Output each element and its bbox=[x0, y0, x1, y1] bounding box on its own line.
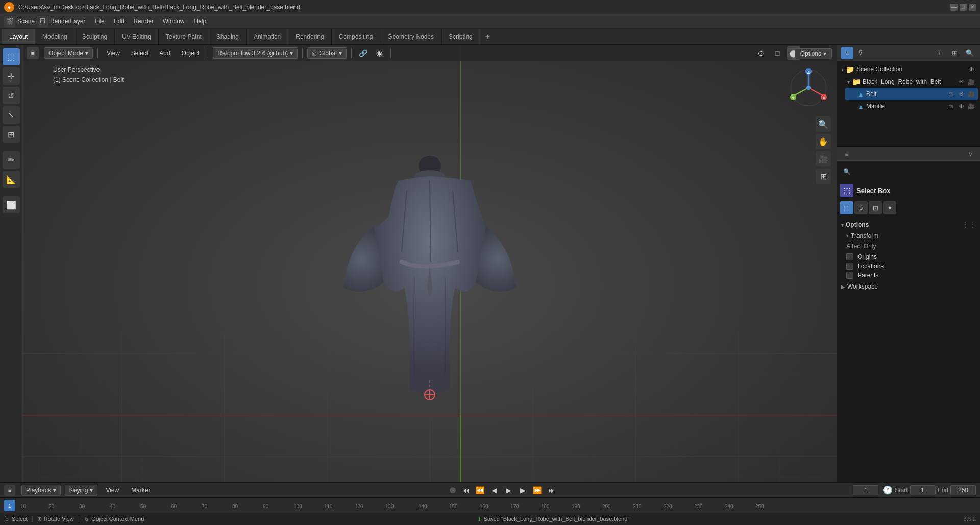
jump-end-button[interactable]: ⏭ bbox=[546, 484, 558, 496]
tab-modeling[interactable]: Modeling bbox=[35, 29, 75, 44]
prev-keyframe-button[interactable]: ⏪ bbox=[474, 484, 486, 496]
origins-checkbox[interactable] bbox=[846, 253, 853, 260]
select-menu[interactable]: Select bbox=[127, 48, 152, 58]
outliner-icon[interactable]: ≡ bbox=[841, 47, 853, 59]
marker-menu[interactable]: Marker bbox=[127, 485, 154, 495]
select-box-btn[interactable]: ⬚ bbox=[840, 201, 853, 214]
search-icon[interactable]: 🔍 bbox=[964, 47, 976, 59]
mantle-scene-item[interactable]: ▲ Mantle ⚖ 👁 🎥 bbox=[845, 100, 978, 112]
robe-render-icon[interactable]: 🎥 bbox=[967, 77, 976, 86]
viewport-options-button[interactable]: Options ▾ bbox=[795, 48, 832, 59]
snap-icon[interactable]: 🔗 bbox=[356, 46, 370, 60]
viewport-menu-icon[interactable]: ≡ bbox=[27, 47, 39, 59]
ortho-icon[interactable]: ⊞ bbox=[816, 169, 831, 184]
object-menu[interactable]: Object bbox=[178, 48, 204, 58]
move-tool-button[interactable]: ✛ bbox=[3, 67, 20, 85]
tool-panel-menu-icon[interactable]: ≡ bbox=[841, 149, 852, 160]
tab-uv-editing[interactable]: UV Editing bbox=[115, 29, 159, 44]
tab-rendering[interactable]: Rendering bbox=[288, 29, 331, 44]
tab-layout[interactable]: Layout bbox=[2, 29, 35, 44]
minimize-button[interactable]: — bbox=[950, 4, 958, 11]
addon-selector[interactable]: RetopoFlow 3.2.6 (github) ▾ bbox=[213, 47, 298, 59]
workspace-section[interactable]: ▶ Workspace bbox=[840, 281, 977, 292]
robe-vis-icon[interactable]: 👁 bbox=[957, 77, 966, 86]
renderlayer-icon[interactable]: 🎞 bbox=[37, 16, 48, 27]
select-circle-btn[interactable]: ○ bbox=[854, 201, 868, 214]
shading-wireframe[interactable]: □ bbox=[771, 46, 784, 60]
close-button[interactable]: ✕ bbox=[969, 4, 976, 11]
belt-render-icon[interactable]: 🎥 bbox=[967, 89, 976, 99]
robe-collection: ▾ 📁 Black_Long_Robe_with_Belt 👁 🎥 ▲ Belt bbox=[839, 76, 978, 112]
current-frame-input[interactable] bbox=[853, 485, 878, 495]
mantle-render-icon[interactable]: 🎥 bbox=[967, 102, 976, 111]
jump-start-button[interactable]: ⏮ bbox=[460, 484, 472, 496]
scale-tool-button[interactable]: ⤡ bbox=[3, 106, 20, 124]
next-frame-button[interactable]: ▶ bbox=[517, 484, 529, 496]
select-lasso-btn[interactable]: ⊡ bbox=[869, 201, 882, 214]
view-menu[interactable]: View bbox=[103, 48, 124, 58]
overlay-icon[interactable]: ⊙ bbox=[754, 46, 768, 60]
filter-options-icon[interactable]: ⊞ bbox=[948, 47, 961, 59]
play-button[interactable]: ▶ bbox=[503, 484, 515, 496]
parents-row: Parents bbox=[846, 272, 971, 279]
scene-collection-header[interactable]: ▾ 📁 Scene Collection 👁 bbox=[839, 63, 978, 76]
timeline-menu-icon[interactable]: ≡ bbox=[4, 485, 15, 496]
rotate-tool-button[interactable]: ↺ bbox=[3, 87, 20, 104]
tab-texture-paint[interactable]: Texture Paint bbox=[159, 29, 209, 44]
menu-file[interactable]: File bbox=[90, 16, 108, 27]
next-keyframe-button[interactable]: ⏩ bbox=[531, 484, 544, 496]
transform-selector[interactable]: ◎ Global ▾ bbox=[307, 47, 347, 59]
add-cube-button[interactable]: ⬜ bbox=[3, 196, 20, 213]
tool-search-input[interactable] bbox=[840, 164, 977, 179]
menu-help[interactable]: Help bbox=[189, 16, 210, 27]
maximize-button[interactable]: □ bbox=[960, 4, 967, 11]
menu-window[interactable]: Window bbox=[159, 16, 189, 27]
transform-tool-button[interactable]: ⊞ bbox=[3, 126, 20, 143]
robe-model bbox=[333, 145, 527, 400]
measure-tool-button[interactable]: 📐 bbox=[3, 171, 20, 188]
new-collection-icon[interactable]: + bbox=[933, 47, 945, 59]
menu-render[interactable]: Render bbox=[129, 16, 157, 27]
keying-dropdown[interactable]: Keying ▾ bbox=[65, 485, 98, 496]
start-frame-input[interactable] bbox=[910, 485, 936, 495]
select-tool-button[interactable]: ⬚ bbox=[3, 48, 20, 65]
robe-collection-header[interactable]: ▾ 📁 Black_Long_Robe_with_Belt 👁 🎥 bbox=[845, 76, 978, 88]
tab-shading[interactable]: Shading bbox=[209, 29, 247, 44]
annotate-tool-button[interactable]: ✏ bbox=[3, 151, 20, 169]
belt-vis-icon[interactable]: 👁 bbox=[957, 89, 966, 99]
add-workspace-button[interactable]: + bbox=[480, 29, 495, 44]
tab-sculpting[interactable]: Sculpting bbox=[75, 29, 115, 44]
tab-animation[interactable]: Animation bbox=[247, 29, 288, 44]
object-mode-selector[interactable]: Object Mode ▾ bbox=[44, 47, 93, 59]
menu-edit[interactable]: Edit bbox=[110, 16, 129, 27]
mantle-weight-icon[interactable]: ⚖ bbox=[946, 102, 955, 111]
belt-weight-icon[interactable]: ⚖ bbox=[946, 89, 955, 99]
view-timeline-menu[interactable]: View bbox=[102, 485, 123, 495]
end-frame-input[interactable] bbox=[950, 485, 976, 495]
playback-dropdown[interactable]: Playback ▾ bbox=[21, 485, 61, 496]
hand-pan-icon[interactable]: ✋ bbox=[816, 134, 831, 149]
tab-geometry-nodes[interactable]: Geometry Nodes bbox=[380, 29, 442, 44]
camera-icon[interactable]: 🎥 bbox=[816, 151, 831, 166]
tab-scripting[interactable]: Scripting bbox=[442, 29, 480, 44]
transform-subsection[interactable]: ▾ Transform bbox=[840, 231, 977, 241]
locations-checkbox[interactable] bbox=[846, 262, 853, 270]
belt-scene-item[interactable]: ▲ Belt ⚖ 👁 🎥 bbox=[845, 88, 978, 100]
scene-selector-icon[interactable]: 🎬 bbox=[4, 16, 15, 27]
options-section-header[interactable]: ▾ Options ⋮⋮ bbox=[840, 219, 977, 231]
ruler-50: 50 bbox=[140, 504, 146, 509]
tab-compositing[interactable]: Compositing bbox=[332, 29, 381, 44]
navigation-gizmo[interactable]: Z X Y bbox=[788, 67, 829, 108]
prev-frame-button[interactable]: ◀ bbox=[488, 484, 501, 496]
filter-icon[interactable]: ⊽ bbox=[854, 47, 867, 59]
visibility-icon[interactable]: 👁 bbox=[967, 65, 976, 74]
parents-checkbox[interactable] bbox=[846, 272, 853, 279]
add-menu[interactable]: Add bbox=[155, 48, 174, 58]
search-view-icon[interactable]: 🔍 bbox=[816, 116, 831, 132]
viewport-area[interactable]: ≡ Object Mode ▾ View Select Add Object R… bbox=[22, 45, 837, 525]
tool-panel-filter-icon[interactable]: ⊽ bbox=[965, 149, 976, 160]
mantle-vis-icon[interactable]: 👁 bbox=[957, 102, 966, 111]
proportional-icon[interactable]: ◉ bbox=[373, 46, 386, 60]
timeline-ruler[interactable]: 1 10 20 30 40 50 60 70 80 90 100 110 120… bbox=[0, 498, 980, 513]
select-all-btn[interactable]: ✦ bbox=[883, 201, 896, 214]
